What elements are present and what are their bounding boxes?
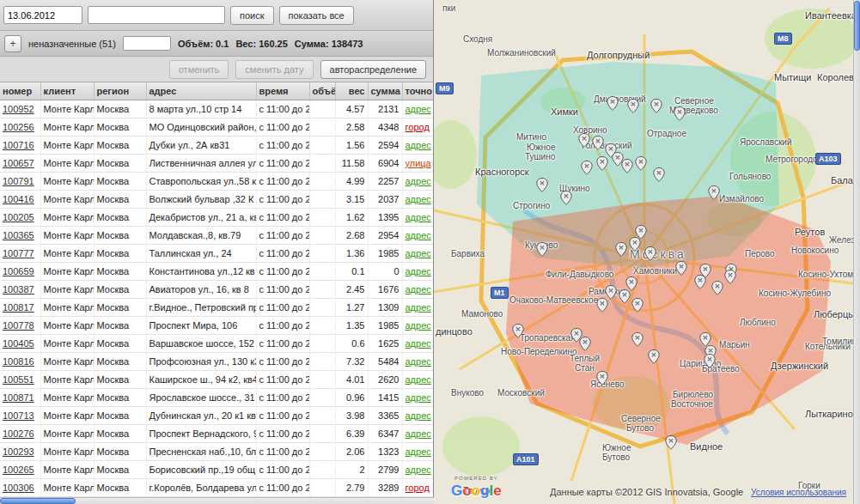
order-row[interactable]: 100659Монте КарлМоскваКонстантинова ул.,… <box>0 262 433 280</box>
delivery-marker-icon[interactable] <box>675 261 687 276</box>
filter-input[interactable] <box>123 36 171 51</box>
delivery-marker-icon[interactable] <box>627 99 639 113</box>
order-exact-link[interactable]: адрес <box>406 374 431 385</box>
order-number-link[interactable]: 100716 <box>3 140 34 150</box>
order-number-link[interactable]: 100256 <box>3 122 34 132</box>
order-number-link[interactable]: 100952 <box>3 104 34 114</box>
cancel-button[interactable]: отменить <box>169 60 229 79</box>
order-row[interactable]: 100205Монте КарлМоскваДекабристов ул., 2… <box>0 208 433 226</box>
column-header-5[interactable]: объём <box>309 82 335 100</box>
delivery-marker-icon[interactable] <box>708 185 720 200</box>
delivery-marker-icon[interactable] <box>674 106 686 121</box>
order-number-link[interactable]: 100265 <box>3 465 34 475</box>
order-number-link[interactable]: 100791 <box>3 176 34 186</box>
order-exact-link[interactable]: адрес <box>406 302 431 313</box>
delivery-marker-icon[interactable] <box>536 242 548 257</box>
order-number-link[interactable]: 100205 <box>3 212 34 222</box>
order-exact-link[interactable]: адрес <box>406 338 431 349</box>
column-header-1[interactable]: клиент <box>40 82 94 100</box>
order-number-link[interactable]: 100817 <box>3 302 34 313</box>
order-number-link[interactable]: 100816 <box>3 356 34 367</box>
search-button[interactable]: поиск <box>230 6 274 25</box>
order-row[interactable]: 100276Монте КарлМоскваПроспект Вернадско… <box>0 424 433 442</box>
order-exact-link[interactable]: адрес <box>406 212 431 222</box>
delivery-marker-icon[interactable] <box>596 371 608 386</box>
order-exact-link[interactable]: адрес <box>406 446 431 457</box>
order-row[interactable]: 100816Монте КарлМоскваПрофсоюзная ул., 1… <box>0 352 433 370</box>
order-row[interactable]: 100817Монте КарлМоскваг.Видное., Петровс… <box>0 298 433 316</box>
show-all-button[interactable]: показать все <box>279 6 354 25</box>
delivery-marker-icon[interactable] <box>631 332 643 347</box>
column-header-3[interactable]: адрес <box>146 82 256 100</box>
column-header-0[interactable]: номер <box>0 82 40 100</box>
change-date-button[interactable]: сменить дату <box>235 60 313 79</box>
column-header-2[interactable]: регион <box>94 82 146 100</box>
order-number-link[interactable]: 100713 <box>3 410 34 421</box>
column-header-7[interactable]: сумма <box>368 82 402 100</box>
delivery-marker-icon[interactable] <box>536 178 548 192</box>
order-row[interactable]: 100387Монте КарлМоскваАвиаторов ул., 16,… <box>0 280 433 298</box>
order-number-link[interactable]: 100387 <box>3 284 34 295</box>
delivery-marker-icon[interactable] <box>512 324 524 338</box>
delivery-marker-icon[interactable] <box>648 349 660 364</box>
column-header-4[interactable]: время <box>256 82 309 100</box>
order-exact-link[interactable]: адрес <box>406 140 431 150</box>
delivery-marker-icon[interactable] <box>560 191 572 205</box>
delivery-marker-icon[interactable] <box>704 354 716 368</box>
vertical-scrollbar-thumb[interactable] <box>854 1 860 51</box>
delivery-marker-icon[interactable] <box>581 161 593 175</box>
order-number-link[interactable]: 100293 <box>3 446 34 457</box>
order-number-link[interactable]: 100405 <box>3 338 34 349</box>
expand-button[interactable]: + <box>4 35 21 52</box>
order-number-link[interactable]: 100416 <box>3 194 34 204</box>
order-row[interactable]: 100365Монте КарлМоскваМолдавская.,8, кв.… <box>0 226 433 244</box>
delivery-marker-icon[interactable] <box>653 167 665 182</box>
order-row[interactable]: 100405Монте КарлМоскваВаршавское шоссе, … <box>0 334 433 352</box>
order-number-link[interactable]: 100778 <box>3 320 34 331</box>
order-number-link[interactable]: 100551 <box>3 374 34 385</box>
order-exact-link[interactable]: адрес <box>406 266 431 276</box>
delivery-marker-icon[interactable] <box>596 298 608 313</box>
order-exact-link[interactable]: адрес <box>406 194 431 204</box>
order-exact-link[interactable]: адрес <box>406 465 431 475</box>
order-exact-link[interactable]: адрес <box>406 284 431 295</box>
column-header-6[interactable]: вес <box>335 82 368 100</box>
date-input[interactable] <box>3 6 82 24</box>
delivery-marker-icon[interactable] <box>631 298 643 313</box>
order-exact-link[interactable]: город <box>406 483 430 493</box>
order-number-link[interactable]: 100276 <box>3 428 34 439</box>
order-row[interactable]: 100657Монте КарлМоскваЛиственничная алле… <box>0 154 433 172</box>
map-canvas[interactable]: POWERED BY Google Данные карты ©2012 GIS… <box>434 0 853 504</box>
order-exact-link[interactable]: адрес <box>406 356 431 367</box>
order-number-link[interactable]: 100365 <box>3 230 34 240</box>
delivery-marker-icon[interactable] <box>578 133 590 148</box>
delivery-marker-icon[interactable] <box>665 435 677 450</box>
delivery-marker-icon[interactable] <box>629 237 641 252</box>
order-row[interactable]: 100551Монте КарлМоскваКаширское ш., 94 к… <box>0 370 433 388</box>
delivery-marker-icon[interactable] <box>579 337 591 351</box>
delivery-marker-icon[interactable] <box>592 136 604 150</box>
autodistribute-button[interactable]: автораспределение <box>320 60 426 79</box>
order-exact-link[interactable]: город <box>406 122 430 132</box>
horizontal-scrollbar-thumb[interactable] <box>0 498 76 504</box>
order-number-link[interactable]: 100659 <box>3 266 34 276</box>
order-exact-link[interactable]: адрес <box>406 248 431 258</box>
delivery-marker-icon[interactable] <box>615 242 627 257</box>
delivery-marker-icon[interactable] <box>711 281 723 295</box>
delivery-marker-icon[interactable] <box>596 156 608 171</box>
order-exact-link[interactable]: адрес <box>406 176 431 186</box>
delivery-marker-icon[interactable] <box>619 289 631 304</box>
order-row[interactable]: 100713Монте КарлМоскваДубнинская ул., 20… <box>0 406 433 424</box>
order-exact-link[interactable]: адрес <box>406 428 431 439</box>
order-row[interactable]: 100778Монте КарлМоскваПроспект Мира, 106… <box>0 316 433 334</box>
order-row[interactable]: 100791Монте КарлМоскваСтавропольская ул.… <box>0 172 433 190</box>
delivery-marker-icon[interactable] <box>724 270 736 284</box>
order-row[interactable]: 100716Монте КарлМоскваДубки ул., 2А кв31… <box>0 136 433 154</box>
order-number-link[interactable]: 100306 <box>3 483 34 493</box>
order-exact-link[interactable]: адрес <box>406 320 431 331</box>
order-row[interactable]: 100306Монте КарлМоскваг.Королёв, Болдаре… <box>0 478 433 496</box>
order-row[interactable]: 100256Монте КарлМоскваМО Одинцовский рай… <box>0 118 433 136</box>
order-row[interactable]: 100293Монте КарлМоскваПресненская наб.,1… <box>0 442 433 460</box>
delivery-marker-icon[interactable] <box>650 99 662 113</box>
order-number-link[interactable]: 100871 <box>3 392 34 403</box>
